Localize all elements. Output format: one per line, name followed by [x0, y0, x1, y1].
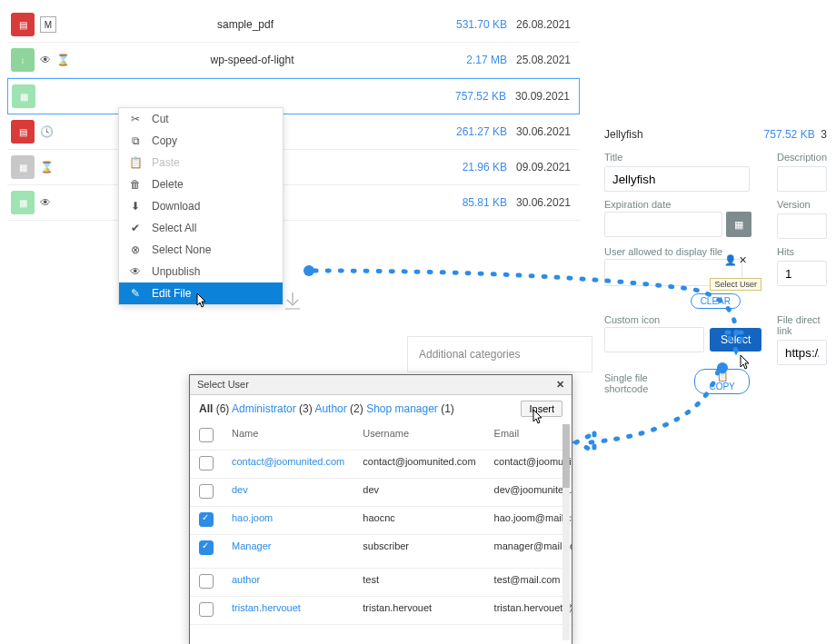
checkbox-all[interactable]	[199, 428, 214, 442]
file-list: ▤ M sample_pdf 531.70 KB 26.08.2021 ↓ 👁 …	[7, 7, 580, 221]
clock-icon: 🕓	[40, 125, 54, 138]
ctx-delete[interactable]: 🗑Delete	[119, 173, 283, 195]
file-row[interactable]: ▦ 757.52 KB 30.09.2021	[7, 78, 580, 114]
copy-button[interactable]: 📋 COPY	[694, 369, 750, 394]
table-row[interactable]: tristan.hervouet tristan.hervouet trista…	[190, 597, 572, 625]
selectnone-icon: ⊗	[128, 243, 143, 256]
file-row[interactable]: ▤ M sample_pdf 531.70 KB 26.08.2021	[7, 7, 580, 43]
table-row[interactable]: author test test@mail.com Author	[190, 569, 572, 597]
context-menu: ✂Cut ⧉Copy 📋Paste 🗑Delete ⬇Download ✔Sel…	[118, 107, 284, 305]
select-button[interactable]: Select	[710, 328, 761, 352]
file-date: 25.08.2021	[507, 54, 580, 66]
selectall-icon: ✔	[128, 222, 143, 234]
checkbox[interactable]	[199, 602, 214, 617]
exp-label: Expiration date	[595, 193, 768, 212]
ctx-download[interactable]: ⬇Download	[119, 195, 283, 217]
hidden-icon: 👁	[40, 54, 51, 66]
download-icon	[282, 291, 304, 315]
hourglass-icon: ⌛	[56, 54, 70, 66]
table-row[interactable]: Manager subscriber manager@mail.com Shop…	[190, 535, 572, 569]
col-name[interactable]: Name	[223, 422, 353, 451]
hits-input[interactable]	[777, 261, 827, 286]
image-icon: ▦	[11, 191, 35, 214]
file-size: 531.70 KB	[434, 18, 507, 31]
checkbox[interactable]	[199, 574, 214, 589]
file-row[interactable]: ▦ ⌛ le 21.96 KB 09.09.2021	[7, 150, 580, 185]
dialog-filters: All (6) Administrator (3) Author (2) Sho…	[199, 402, 454, 415]
file-name: wp-speed-of-light	[70, 54, 434, 66]
ctx-select-none[interactable]: ⊗Select None	[119, 239, 283, 261]
title-label: Title	[595, 146, 768, 164]
file-size: 757.52 KB	[433, 90, 506, 103]
user-icon[interactable]: 👤	[724, 254, 737, 266]
file-date: 30.06.2021	[507, 125, 580, 138]
file-size: 261.27 KB	[434, 125, 507, 138]
close-icon[interactable]: ✕	[556, 379, 564, 391]
dialog-title: Select User	[197, 379, 249, 391]
exp-input[interactable]	[604, 212, 722, 237]
file-row[interactable]: ▦ 👁 85.81 KB 30.06.2021	[7, 185, 580, 221]
addcat-label: Additional categories	[419, 348, 520, 361]
desc-label: Description	[768, 146, 836, 164]
hidden-icon: 👁	[40, 196, 51, 209]
filter-all[interactable]: All	[199, 402, 213, 415]
cut-icon: ✂	[128, 113, 143, 125]
close-icon[interactable]: ✕	[739, 254, 747, 266]
scrollbar[interactable]	[562, 424, 570, 640]
edit-icon: ✎	[128, 287, 143, 300]
pdf-icon: ▤	[11, 13, 35, 36]
editor-date: 3	[821, 128, 827, 141]
col-user[interactable]: Username	[353, 422, 484, 451]
file-date: 30.09.2021	[506, 90, 579, 103]
filter-admin[interactable]: Administrator	[232, 402, 296, 415]
file-row[interactable]: ↓ 👁 ⌛ wp-speed-of-light 2.17 MB 25.08.20…	[7, 43, 580, 78]
checkbox[interactable]	[199, 456, 214, 471]
table-row[interactable]: hao.joom haocnc hao.joom@mail.com Author	[190, 507, 572, 535]
checkbox[interactable]	[199, 484, 214, 499]
version-input[interactable]	[777, 213, 827, 239]
ctx-cut[interactable]: ✂Cut	[119, 108, 283, 130]
col-email[interactable]: Email	[485, 422, 572, 451]
icon-input[interactable]	[604, 327, 704, 352]
file-size: 85.81 KB	[434, 196, 507, 209]
delete-icon: 🗑	[128, 178, 143, 191]
file-date: 26.08.2021	[507, 18, 580, 31]
file-size: 2.17 MB	[434, 54, 507, 66]
additional-categories[interactable]: Additional categories	[407, 336, 592, 372]
select-user-tooltip: Select User	[710, 278, 761, 291]
direct-input[interactable]	[777, 340, 827, 365]
zip-icon: ↓	[11, 48, 35, 72]
direct-label: File direct link	[768, 309, 836, 338]
download-icon: ⬇	[128, 200, 143, 213]
table-row[interactable]: contact@joomunited.com contact@joomunite…	[190, 451, 572, 479]
ctx-unpublish[interactable]: 👁Unpublish	[119, 261, 283, 282]
file-row[interactable]: ▤ 🕓 11 261.27 KB 30.06.2021	[7, 114, 580, 150]
checkbox[interactable]	[199, 540, 214, 555]
table-row[interactable]: dev dev dev@joomunited.com Administrator	[190, 479, 572, 507]
editor-filename: Jellyfish	[604, 128, 643, 141]
pdf-icon: ▤	[11, 120, 35, 144]
icon-label: Custom icon	[595, 309, 768, 327]
clear-button[interactable]: CLEAR	[691, 293, 741, 309]
file-size: 21.96 KB	[434, 161, 507, 173]
file-date: 09.09.2021	[507, 161, 580, 173]
ctx-edit-file[interactable]: ✎Edit File	[119, 282, 283, 304]
hourglass-icon: ⌛	[40, 161, 54, 173]
desc-input[interactable]	[777, 166, 827, 192]
file-date: 30.06.2021	[507, 196, 580, 209]
insert-button[interactable]: Insert	[521, 401, 562, 417]
user-select-box[interactable]: 👤✕ Select User	[604, 259, 742, 286]
file-name: sample_pdf	[56, 18, 434, 31]
filter-author[interactable]: Author	[314, 402, 346, 415]
user-table: Name Username Email Role contact@joomuni…	[190, 422, 572, 625]
file-icon: ▦	[11, 155, 35, 179]
calendar-icon[interactable]: ▦	[726, 212, 751, 237]
ctx-select-all[interactable]: ✔Select All	[119, 217, 283, 239]
meta-m: M	[40, 16, 56, 33]
ctx-copy[interactable]: ⧉Copy	[119, 130, 283, 152]
file-editor: Jellyfish 757.52 KB 3 Title Description …	[595, 123, 836, 396]
title-input[interactable]	[604, 166, 750, 192]
filter-shop[interactable]: Shop manager	[366, 402, 438, 415]
checkbox[interactable]	[199, 512, 214, 527]
shortcode-label: Single file shortcode	[595, 367, 694, 396]
